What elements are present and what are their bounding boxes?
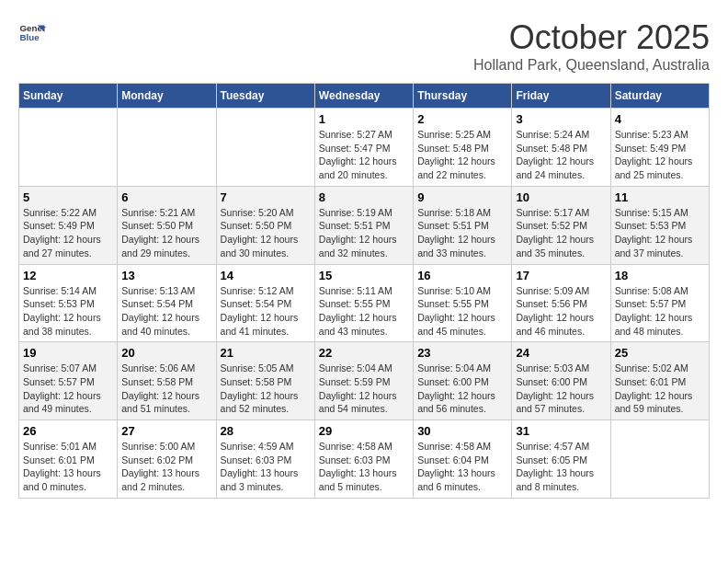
weekday-header: Thursday	[414, 84, 512, 109]
day-info: Sunrise: 4:58 AM Sunset: 6:04 PM Dayligh…	[417, 440, 507, 494]
day-number: 22	[319, 346, 409, 360]
calendar-day-cell: 3Sunrise: 5:24 AM Sunset: 5:48 PM Daylig…	[512, 109, 610, 187]
logo-icon: General Blue	[18, 18, 46, 46]
day-number: 20	[121, 346, 211, 360]
day-number: 31	[516, 424, 606, 438]
location-title: Holland Park, Queensland, Australia	[473, 57, 710, 74]
day-number: 26	[23, 424, 113, 438]
calendar-day-cell: 11Sunrise: 5:15 AM Sunset: 5:53 PM Dayli…	[610, 186, 709, 264]
calendar-day-cell	[19, 109, 118, 187]
calendar-table: SundayMondayTuesdayWednesdayThursdayFrid…	[18, 83, 710, 499]
day-number: 14	[221, 269, 311, 282]
weekday-header-row: SundayMondayTuesdayWednesdayThursdayFrid…	[19, 84, 710, 109]
day-number: 17	[516, 269, 606, 282]
calendar-day-cell: 25Sunrise: 5:02 AM Sunset: 6:01 PM Dayli…	[610, 342, 709, 420]
day-number: 4	[615, 112, 705, 126]
day-info: Sunrise: 5:20 AM Sunset: 5:50 PM Dayligh…	[221, 206, 311, 260]
calendar-day-cell: 27Sunrise: 5:00 AM Sunset: 6:02 PM Dayli…	[118, 420, 216, 499]
day-number: 10	[516, 190, 606, 204]
page-header: General Blue October 2025 Holland Park, …	[18, 18, 710, 74]
calendar-day-cell	[610, 420, 709, 499]
weekday-header: Sunday	[19, 84, 118, 109]
day-info: Sunrise: 5:10 AM Sunset: 5:55 PM Dayligh…	[417, 284, 507, 339]
day-info: Sunrise: 4:58 AM Sunset: 6:03 PM Dayligh…	[319, 440, 409, 494]
calendar-day-cell: 4Sunrise: 5:23 AM Sunset: 5:49 PM Daylig…	[610, 109, 709, 187]
calendar-day-cell: 10Sunrise: 5:17 AM Sunset: 5:52 PM Dayli…	[512, 186, 610, 264]
day-info: Sunrise: 5:17 AM Sunset: 5:52 PM Dayligh…	[516, 206, 606, 260]
calendar-day-cell: 7Sunrise: 5:20 AM Sunset: 5:50 PM Daylig…	[216, 186, 314, 264]
calendar-day-cell: 30Sunrise: 4:58 AM Sunset: 6:04 PM Dayli…	[414, 420, 512, 499]
calendar-day-cell: 16Sunrise: 5:10 AM Sunset: 5:55 PM Dayli…	[414, 264, 512, 342]
day-info: Sunrise: 5:15 AM Sunset: 5:53 PM Dayligh…	[615, 206, 705, 260]
day-number: 13	[121, 269, 211, 282]
weekday-header: Monday	[118, 84, 216, 109]
day-info: Sunrise: 4:57 AM Sunset: 6:05 PM Dayligh…	[516, 440, 606, 494]
day-number: 12	[23, 269, 113, 282]
logo: General Blue	[18, 18, 46, 46]
calendar-day-cell	[118, 109, 216, 187]
day-info: Sunrise: 5:19 AM Sunset: 5:51 PM Dayligh…	[319, 206, 409, 260]
calendar-day-cell	[216, 109, 314, 187]
calendar-week-row: 12Sunrise: 5:14 AM Sunset: 5:53 PM Dayli…	[19, 264, 710, 342]
calendar-day-cell: 12Sunrise: 5:14 AM Sunset: 5:53 PM Dayli…	[19, 264, 118, 342]
day-info: Sunrise: 5:07 AM Sunset: 5:57 PM Dayligh…	[23, 362, 113, 416]
calendar-day-cell: 13Sunrise: 5:13 AM Sunset: 5:54 PM Dayli…	[118, 264, 216, 342]
day-number: 16	[417, 269, 507, 282]
day-number: 6	[121, 190, 211, 204]
weekday-header: Friday	[512, 84, 610, 109]
day-info: Sunrise: 5:25 AM Sunset: 5:48 PM Dayligh…	[417, 128, 507, 182]
day-number: 21	[221, 346, 311, 360]
calendar-day-cell: 21Sunrise: 5:05 AM Sunset: 5:58 PM Dayli…	[216, 342, 314, 420]
day-number: 23	[417, 346, 507, 360]
day-info: Sunrise: 5:02 AM Sunset: 6:01 PM Dayligh…	[615, 362, 705, 416]
day-info: Sunrise: 5:05 AM Sunset: 5:58 PM Dayligh…	[221, 362, 311, 416]
day-info: Sunrise: 5:08 AM Sunset: 5:57 PM Dayligh…	[615, 284, 705, 339]
day-number: 24	[516, 346, 606, 360]
calendar-day-cell: 26Sunrise: 5:01 AM Sunset: 6:01 PM Dayli…	[19, 420, 118, 499]
day-info: Sunrise: 4:59 AM Sunset: 6:03 PM Dayligh…	[221, 440, 311, 494]
day-info: Sunrise: 5:11 AM Sunset: 5:55 PM Dayligh…	[319, 284, 409, 339]
day-info: Sunrise: 5:09 AM Sunset: 5:56 PM Dayligh…	[516, 284, 606, 339]
day-number: 5	[23, 190, 113, 204]
calendar-day-cell: 31Sunrise: 4:57 AM Sunset: 6:05 PM Dayli…	[512, 420, 610, 499]
calendar-day-cell: 19Sunrise: 5:07 AM Sunset: 5:57 PM Dayli…	[19, 342, 118, 420]
month-title: October 2025	[473, 18, 710, 57]
calendar-day-cell: 18Sunrise: 5:08 AM Sunset: 5:57 PM Dayli…	[610, 264, 709, 342]
day-number: 7	[221, 190, 311, 204]
weekday-header: Saturday	[610, 84, 709, 109]
calendar-week-row: 1Sunrise: 5:27 AM Sunset: 5:47 PM Daylig…	[19, 109, 710, 187]
calendar-week-row: 19Sunrise: 5:07 AM Sunset: 5:57 PM Dayli…	[19, 342, 710, 420]
calendar-day-cell: 24Sunrise: 5:03 AM Sunset: 6:00 PM Dayli…	[512, 342, 610, 420]
svg-text:Blue: Blue	[20, 32, 40, 42]
day-info: Sunrise: 5:27 AM Sunset: 5:47 PM Dayligh…	[319, 128, 409, 182]
calendar-day-cell: 28Sunrise: 4:59 AM Sunset: 6:03 PM Dayli…	[216, 420, 314, 499]
calendar-day-cell: 29Sunrise: 4:58 AM Sunset: 6:03 PM Dayli…	[314, 420, 413, 499]
day-info: Sunrise: 5:13 AM Sunset: 5:54 PM Dayligh…	[121, 284, 211, 339]
day-number: 27	[121, 424, 211, 438]
day-number: 15	[319, 269, 409, 282]
calendar-day-cell: 17Sunrise: 5:09 AM Sunset: 5:56 PM Dayli…	[512, 264, 610, 342]
day-number: 11	[615, 190, 705, 204]
day-number: 2	[417, 112, 507, 126]
calendar-day-cell: 22Sunrise: 5:04 AM Sunset: 5:59 PM Dayli…	[314, 342, 413, 420]
title-section: October 2025 Holland Park, Queensland, A…	[473, 18, 710, 74]
weekday-header: Tuesday	[216, 84, 314, 109]
day-number: 25	[615, 346, 705, 360]
day-number: 3	[516, 112, 606, 126]
calendar-day-cell: 15Sunrise: 5:11 AM Sunset: 5:55 PM Dayli…	[314, 264, 413, 342]
day-info: Sunrise: 5:04 AM Sunset: 6:00 PM Dayligh…	[417, 362, 507, 416]
calendar-day-cell: 14Sunrise: 5:12 AM Sunset: 5:54 PM Dayli…	[216, 264, 314, 342]
day-number: 30	[417, 424, 507, 438]
day-info: Sunrise: 5:18 AM Sunset: 5:51 PM Dayligh…	[417, 206, 507, 260]
calendar-week-row: 26Sunrise: 5:01 AM Sunset: 6:01 PM Dayli…	[19, 420, 710, 499]
weekday-header: Wednesday	[314, 84, 413, 109]
day-number: 1	[319, 112, 409, 126]
day-info: Sunrise: 5:03 AM Sunset: 6:00 PM Dayligh…	[516, 362, 606, 416]
calendar-day-cell: 2Sunrise: 5:25 AM Sunset: 5:48 PM Daylig…	[414, 109, 512, 187]
calendar-week-row: 5Sunrise: 5:22 AM Sunset: 5:49 PM Daylig…	[19, 186, 710, 264]
day-info: Sunrise: 5:00 AM Sunset: 6:02 PM Dayligh…	[121, 440, 211, 494]
day-number: 9	[417, 190, 507, 204]
day-info: Sunrise: 5:01 AM Sunset: 6:01 PM Dayligh…	[23, 440, 113, 494]
day-info: Sunrise: 5:22 AM Sunset: 5:49 PM Dayligh…	[23, 206, 113, 260]
day-info: Sunrise: 5:04 AM Sunset: 5:59 PM Dayligh…	[319, 362, 409, 416]
